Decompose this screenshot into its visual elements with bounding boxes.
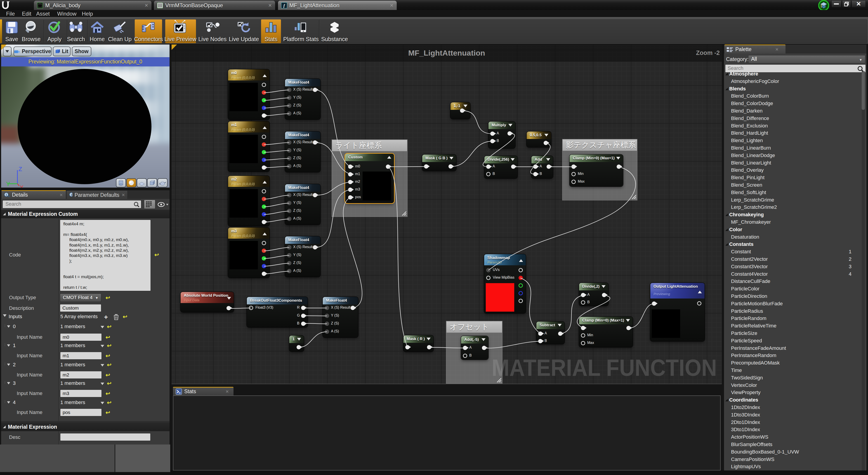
svg-text:i: i <box>6 193 7 197</box>
svg-text:X: X <box>20 184 24 188</box>
svg-text:Y: Y <box>6 181 10 187</box>
svg-text:i: i <box>71 193 72 197</box>
svg-text:Z: Z <box>19 166 22 172</box>
